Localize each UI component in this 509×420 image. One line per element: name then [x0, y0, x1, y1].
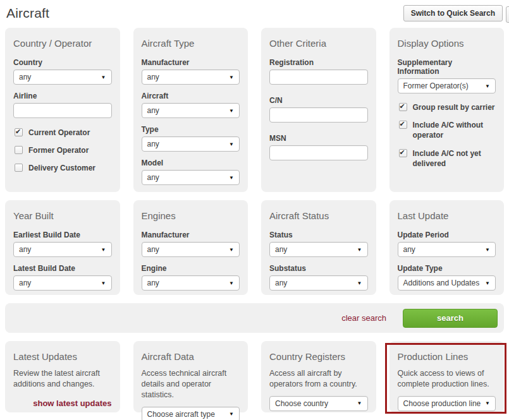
substatus-select[interactable]: any ▼: [269, 275, 368, 291]
engine-manufacturer-select[interactable]: any ▼: [142, 242, 240, 257]
update-period-field: Update Period any ▼: [398, 231, 496, 257]
msn-field: MSN: [269, 134, 368, 160]
earliest-build-date-field: Earliest Build Date any ▼: [13, 231, 112, 257]
registration-field: Registration: [269, 58, 368, 85]
chevron-down-icon: ▼: [101, 75, 106, 80]
former-operator-checkbox-row[interactable]: Former Operator: [15, 145, 112, 155]
panel-title: Aircraft Data: [142, 351, 240, 362]
panel-country-operator: Country / Operator Country any ▼ Airline…: [5, 28, 120, 192]
choose-country-value: Choose country: [275, 399, 328, 408]
chevron-down-icon: ▼: [229, 280, 234, 286]
cn-label: C/N: [269, 96, 368, 105]
choose-country-select[interactable]: Choose country ▼: [269, 396, 368, 411]
panel-title: Engines: [142, 210, 240, 221]
aircraft-search-page: Aircraft Switch to Quick Search Country …: [0, 0, 509, 420]
substatus-select-value: any: [275, 279, 287, 287]
substatus-label: Substatus: [269, 264, 368, 273]
search-action-bar: clear search search: [5, 303, 504, 333]
supplementary-select-value: Former Operator(s): [403, 81, 469, 90]
earliest-build-date-value: any: [19, 245, 31, 254]
type-label: Type: [142, 125, 240, 134]
group-result-checkbox-row[interactable]: Group result by carrier: [399, 102, 496, 112]
panel-title: Display Options: [398, 38, 496, 49]
group-result-label: Group result by carrier: [413, 102, 495, 112]
latest-build-date-select[interactable]: any ▼: [13, 275, 112, 291]
country-select-value: any: [19, 73, 31, 81]
registration-label: Registration: [269, 58, 368, 67]
chevron-down-icon: ▼: [229, 247, 234, 253]
include-not-delivered-checkbox[interactable]: [399, 149, 407, 157]
type-select[interactable]: any ▼: [142, 136, 240, 152]
chevron-down-icon: ▼: [357, 247, 362, 253]
aircraft-label: Aircraft: [142, 92, 240, 100]
aircraft-select-value: any: [147, 106, 159, 115]
chevron-down-icon: ▼: [229, 75, 234, 80]
country-label: Country: [13, 58, 112, 67]
search-button[interactable]: search: [403, 309, 498, 328]
panel-year-built: Year Built Earliest Build Date any ▼ Lat…: [5, 200, 120, 295]
criteria-row-1: Country / Operator Country any ▼ Airline…: [5, 28, 504, 192]
latest-updates-description: Review the latest aircraft additions and…: [13, 368, 112, 390]
earliest-build-date-select[interactable]: any ▼: [13, 242, 112, 257]
chevron-down-icon: ▼: [485, 400, 490, 406]
panel-latest-updates: Latest Updates Review the latest aircraf…: [5, 341, 120, 412]
update-type-select[interactable]: Additions and Updates ▼: [398, 275, 496, 291]
aircraft-field: Aircraft any ▼: [142, 92, 240, 118]
choose-production-line-select[interactable]: Choose production line ▼: [398, 396, 496, 411]
engine-select[interactable]: any ▼: [142, 275, 240, 291]
manufacturer-select[interactable]: any ▼: [142, 69, 240, 85]
panel-aircraft-data: Aircraft Data Access technical aircraft …: [133, 341, 248, 412]
airline-label: Airline: [13, 92, 112, 100]
panel-other-criteria: Other Criteria Registration C/N MSN: [261, 28, 376, 192]
model-select[interactable]: any ▼: [142, 170, 240, 185]
current-operator-checkbox[interactable]: [15, 128, 23, 136]
include-without-operator-checkbox-row[interactable]: Include A/C without operator: [399, 120, 496, 140]
engine-field: Engine any ▼: [142, 264, 240, 291]
chevron-down-icon: ▼: [357, 280, 362, 286]
clear-search-link[interactable]: clear search: [341, 313, 386, 323]
airline-input[interactable]: [13, 103, 112, 118]
aircraft-select[interactable]: any ▼: [142, 103, 240, 118]
status-field: Status any ▼: [269, 231, 368, 257]
partial-clipped-button[interactable]: [506, 6, 509, 23]
panel-title: Aircraft Status: [269, 210, 368, 221]
manufacturer-select-value: any: [147, 73, 159, 81]
engine-manufacturer-value: any: [147, 245, 159, 254]
panel-title: Country / Operator: [13, 38, 112, 49]
choose-aircraft-type-select[interactable]: Choose aircraft type ▼: [142, 407, 240, 420]
show-latest-updates-link[interactable]: show latest updates: [13, 399, 112, 408]
status-select[interactable]: any ▼: [269, 242, 368, 257]
cn-input[interactable]: [269, 107, 368, 123]
delivery-customer-checkbox-row[interactable]: Delivery Customer: [15, 163, 112, 173]
msn-label: MSN: [269, 134, 368, 143]
include-without-operator-checkbox[interactable]: [399, 121, 407, 129]
panel-title: Last Update: [398, 210, 496, 221]
former-operator-checkbox[interactable]: [15, 146, 23, 154]
country-registers-description: Access all aircraft by operators from a …: [269, 368, 368, 390]
chevron-down-icon: ▼: [229, 411, 234, 417]
panel-title: Production Lines: [398, 351, 496, 362]
latest-build-date-field: Latest Build Date any ▼: [13, 264, 112, 291]
manufacturer-label: Manufacturer: [142, 58, 240, 67]
engine-select-value: any: [147, 279, 159, 287]
group-result-checkbox[interactable]: [399, 103, 407, 111]
current-operator-label: Current Operator: [28, 128, 90, 138]
supplementary-information-select[interactable]: Former Operator(s) ▼: [398, 78, 496, 93]
include-not-delivered-checkbox-row[interactable]: Include A/C not yet delivered: [399, 148, 496, 169]
delivery-customer-checkbox[interactable]: [15, 164, 23, 172]
update-type-field: Update Type Additions and Updates ▼: [398, 264, 496, 291]
engine-manufacturer-label: Manufacturer: [142, 231, 240, 239]
registration-input[interactable]: [269, 69, 368, 85]
chevron-down-icon: ▼: [229, 141, 234, 147]
chevron-down-icon: ▼: [229, 108, 234, 114]
substatus-field: Substatus any ▼: [269, 264, 368, 291]
update-period-select[interactable]: any ▼: [398, 242, 496, 257]
current-operator-checkbox-row[interactable]: Current Operator: [15, 128, 112, 138]
include-not-delivered-label: Include A/C not yet delivered: [413, 148, 496, 169]
country-select[interactable]: any ▼: [13, 69, 112, 85]
msn-input[interactable]: [269, 145, 368, 160]
switch-to-quick-search-button[interactable]: Switch to Quick Search: [403, 5, 503, 21]
page-header: Aircraft Switch to Quick Search: [5, 0, 504, 28]
chevron-down-icon: ▼: [485, 247, 490, 253]
shortcut-row: Latest Updates Review the latest aircraf…: [5, 341, 504, 412]
